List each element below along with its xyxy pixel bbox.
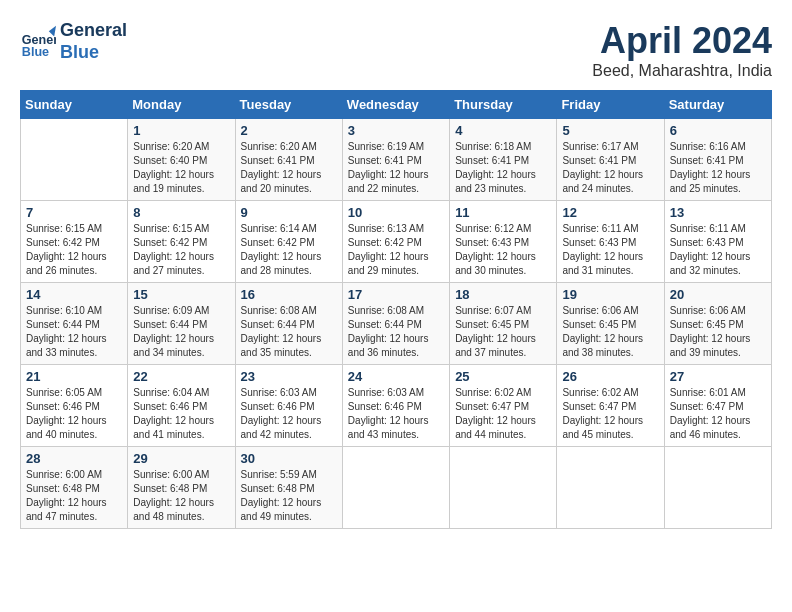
day-number: 20	[670, 287, 766, 302]
day-info: Sunrise: 6:18 AMSunset: 6:41 PMDaylight:…	[455, 140, 551, 196]
weekday-header: Saturday	[664, 91, 771, 119]
svg-text:Blue: Blue	[22, 45, 49, 59]
calendar-cell: 20Sunrise: 6:06 AMSunset: 6:45 PMDayligh…	[664, 283, 771, 365]
day-info: Sunrise: 6:12 AMSunset: 6:43 PMDaylight:…	[455, 222, 551, 278]
day-info: Sunrise: 6:00 AMSunset: 6:48 PMDaylight:…	[26, 468, 122, 524]
day-number: 14	[26, 287, 122, 302]
calendar-cell: 27Sunrise: 6:01 AMSunset: 6:47 PMDayligh…	[664, 365, 771, 447]
day-number: 24	[348, 369, 444, 384]
calendar-cell: 21Sunrise: 6:05 AMSunset: 6:46 PMDayligh…	[21, 365, 128, 447]
day-number: 7	[26, 205, 122, 220]
logo-text-line2: Blue	[60, 42, 127, 64]
calendar-cell	[342, 447, 449, 529]
day-number: 27	[670, 369, 766, 384]
calendar-cell: 9Sunrise: 6:14 AMSunset: 6:42 PMDaylight…	[235, 201, 342, 283]
logo: General Blue General Blue	[20, 20, 127, 63]
day-number: 26	[562, 369, 658, 384]
day-info: Sunrise: 6:10 AMSunset: 6:44 PMDaylight:…	[26, 304, 122, 360]
weekday-header: Monday	[128, 91, 235, 119]
day-number: 2	[241, 123, 337, 138]
day-info: Sunrise: 6:16 AMSunset: 6:41 PMDaylight:…	[670, 140, 766, 196]
calendar-cell: 24Sunrise: 6:03 AMSunset: 6:46 PMDayligh…	[342, 365, 449, 447]
page-header: General Blue General Blue April 2024 Bee…	[20, 20, 772, 80]
weekday-header: Wednesday	[342, 91, 449, 119]
day-number: 21	[26, 369, 122, 384]
month-title: April 2024	[592, 20, 772, 62]
day-info: Sunrise: 6:19 AMSunset: 6:41 PMDaylight:…	[348, 140, 444, 196]
weekday-header: Friday	[557, 91, 664, 119]
day-info: Sunrise: 6:00 AMSunset: 6:48 PMDaylight:…	[133, 468, 229, 524]
calendar-cell: 30Sunrise: 5:59 AMSunset: 6:48 PMDayligh…	[235, 447, 342, 529]
day-info: Sunrise: 6:03 AMSunset: 6:46 PMDaylight:…	[241, 386, 337, 442]
calendar-cell: 26Sunrise: 6:02 AMSunset: 6:47 PMDayligh…	[557, 365, 664, 447]
day-number: 6	[670, 123, 766, 138]
day-number: 5	[562, 123, 658, 138]
calendar-cell: 25Sunrise: 6:02 AMSunset: 6:47 PMDayligh…	[450, 365, 557, 447]
day-number: 25	[455, 369, 551, 384]
day-info: Sunrise: 6:08 AMSunset: 6:44 PMDaylight:…	[241, 304, 337, 360]
day-info: Sunrise: 6:03 AMSunset: 6:46 PMDaylight:…	[348, 386, 444, 442]
day-info: Sunrise: 6:08 AMSunset: 6:44 PMDaylight:…	[348, 304, 444, 360]
calendar-cell: 14Sunrise: 6:10 AMSunset: 6:44 PMDayligh…	[21, 283, 128, 365]
day-info: Sunrise: 6:06 AMSunset: 6:45 PMDaylight:…	[670, 304, 766, 360]
calendar-week-row: 1Sunrise: 6:20 AMSunset: 6:40 PMDaylight…	[21, 119, 772, 201]
day-number: 4	[455, 123, 551, 138]
calendar-cell	[21, 119, 128, 201]
calendar-week-row: 21Sunrise: 6:05 AMSunset: 6:46 PMDayligh…	[21, 365, 772, 447]
day-number: 29	[133, 451, 229, 466]
day-info: Sunrise: 5:59 AMSunset: 6:48 PMDaylight:…	[241, 468, 337, 524]
weekday-header: Tuesday	[235, 91, 342, 119]
day-info: Sunrise: 6:20 AMSunset: 6:41 PMDaylight:…	[241, 140, 337, 196]
calendar-cell: 5Sunrise: 6:17 AMSunset: 6:41 PMDaylight…	[557, 119, 664, 201]
day-number: 12	[562, 205, 658, 220]
day-number: 10	[348, 205, 444, 220]
day-number: 8	[133, 205, 229, 220]
calendar-cell: 23Sunrise: 6:03 AMSunset: 6:46 PMDayligh…	[235, 365, 342, 447]
calendar-cell: 22Sunrise: 6:04 AMSunset: 6:46 PMDayligh…	[128, 365, 235, 447]
logo-icon: General Blue	[20, 24, 56, 60]
day-number: 30	[241, 451, 337, 466]
calendar-cell	[557, 447, 664, 529]
calendar-table: SundayMondayTuesdayWednesdayThursdayFrid…	[20, 90, 772, 529]
day-info: Sunrise: 6:02 AMSunset: 6:47 PMDaylight:…	[455, 386, 551, 442]
day-number: 23	[241, 369, 337, 384]
calendar-cell: 3Sunrise: 6:19 AMSunset: 6:41 PMDaylight…	[342, 119, 449, 201]
day-info: Sunrise: 6:06 AMSunset: 6:45 PMDaylight:…	[562, 304, 658, 360]
day-number: 18	[455, 287, 551, 302]
calendar-week-row: 28Sunrise: 6:00 AMSunset: 6:48 PMDayligh…	[21, 447, 772, 529]
day-number: 9	[241, 205, 337, 220]
calendar-week-row: 7Sunrise: 6:15 AMSunset: 6:42 PMDaylight…	[21, 201, 772, 283]
day-number: 15	[133, 287, 229, 302]
day-info: Sunrise: 6:11 AMSunset: 6:43 PMDaylight:…	[562, 222, 658, 278]
day-number: 11	[455, 205, 551, 220]
day-info: Sunrise: 6:13 AMSunset: 6:42 PMDaylight:…	[348, 222, 444, 278]
weekday-header: Sunday	[21, 91, 128, 119]
location-subtitle: Beed, Maharashtra, India	[592, 62, 772, 80]
day-info: Sunrise: 6:02 AMSunset: 6:47 PMDaylight:…	[562, 386, 658, 442]
calendar-cell: 17Sunrise: 6:08 AMSunset: 6:44 PMDayligh…	[342, 283, 449, 365]
calendar-cell: 7Sunrise: 6:15 AMSunset: 6:42 PMDaylight…	[21, 201, 128, 283]
calendar-cell: 15Sunrise: 6:09 AMSunset: 6:44 PMDayligh…	[128, 283, 235, 365]
calendar-cell	[450, 447, 557, 529]
calendar-cell	[664, 447, 771, 529]
day-info: Sunrise: 6:15 AMSunset: 6:42 PMDaylight:…	[133, 222, 229, 278]
day-number: 22	[133, 369, 229, 384]
day-number: 16	[241, 287, 337, 302]
calendar-cell: 8Sunrise: 6:15 AMSunset: 6:42 PMDaylight…	[128, 201, 235, 283]
calendar-cell: 19Sunrise: 6:06 AMSunset: 6:45 PMDayligh…	[557, 283, 664, 365]
calendar-cell: 29Sunrise: 6:00 AMSunset: 6:48 PMDayligh…	[128, 447, 235, 529]
calendar-cell: 12Sunrise: 6:11 AMSunset: 6:43 PMDayligh…	[557, 201, 664, 283]
day-number: 28	[26, 451, 122, 466]
day-info: Sunrise: 6:20 AMSunset: 6:40 PMDaylight:…	[133, 140, 229, 196]
day-info: Sunrise: 6:11 AMSunset: 6:43 PMDaylight:…	[670, 222, 766, 278]
day-info: Sunrise: 6:01 AMSunset: 6:47 PMDaylight:…	[670, 386, 766, 442]
calendar-cell: 18Sunrise: 6:07 AMSunset: 6:45 PMDayligh…	[450, 283, 557, 365]
day-info: Sunrise: 6:09 AMSunset: 6:44 PMDaylight:…	[133, 304, 229, 360]
day-info: Sunrise: 6:17 AMSunset: 6:41 PMDaylight:…	[562, 140, 658, 196]
calendar-cell: 1Sunrise: 6:20 AMSunset: 6:40 PMDaylight…	[128, 119, 235, 201]
day-info: Sunrise: 6:04 AMSunset: 6:46 PMDaylight:…	[133, 386, 229, 442]
weekday-header: Thursday	[450, 91, 557, 119]
day-number: 19	[562, 287, 658, 302]
day-number: 13	[670, 205, 766, 220]
calendar-cell: 6Sunrise: 6:16 AMSunset: 6:41 PMDaylight…	[664, 119, 771, 201]
